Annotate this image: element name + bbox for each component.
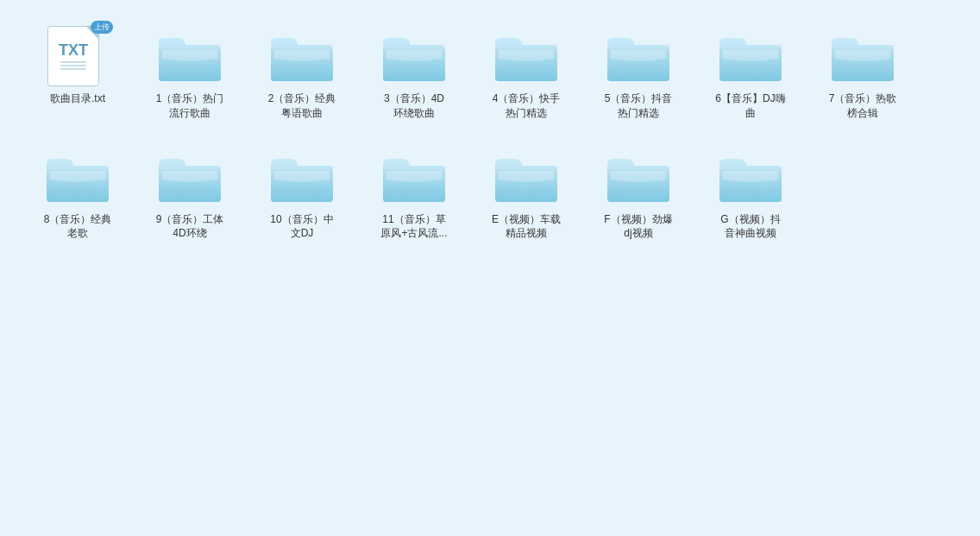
txt-label: TXT: [59, 42, 88, 58]
file-item-txt-file[interactable]: TXT 上传 歌曲目录.txt: [26, 17, 129, 129]
file-name: 4（音乐）快手热门精选: [493, 91, 561, 121]
upload-badge: 上传: [91, 21, 113, 34]
file-name: 9（音乐）工体4D环绕: [156, 212, 224, 242]
file-item-folder-11[interactable]: 11（音乐）草原风+古风流...: [362, 138, 466, 250]
file-name: 歌曲目录.txt: [50, 91, 105, 106]
folder-icon-wrapper: [492, 147, 561, 207]
file-item-folder-3[interactable]: 3（音乐）4D环绕歌曲: [362, 17, 466, 129]
file-grid: TXT 上传 歌曲目录.txt: [0, 0, 980, 267]
file-name: 11（音乐）草原风+古风流...: [380, 212, 447, 242]
file-item-folder-E[interactable]: E（视频）车载精品视频: [474, 138, 578, 250]
folder-icon-wrapper: [380, 26, 449, 86]
file-item-folder-7[interactable]: 7（音乐）热歌榜合辑: [811, 17, 914, 129]
file-item-folder-4[interactable]: 4（音乐）快手热门精选: [474, 17, 578, 129]
file-item-folder-6[interactable]: 6【音乐】DJ嗨曲: [699, 17, 802, 129]
file-item-folder-9[interactable]: 9（音乐）工体4D环绕: [138, 138, 242, 250]
file-name: 2（音乐）经典粤语歌曲: [268, 91, 336, 121]
folder-icon-wrapper: [155, 26, 224, 86]
folder-icon-wrapper: [604, 147, 673, 207]
folder-icon-wrapper: [828, 26, 897, 86]
folder-icon-wrapper: [155, 147, 224, 207]
file-name: 10（音乐）中文DJ: [270, 212, 333, 242]
folder-icon-wrapper: [380, 147, 449, 207]
folder-icon-wrapper: [716, 26, 785, 86]
txt-file-icon: TXT: [47, 26, 99, 86]
txt-icon-wrapper: TXT 上传: [47, 26, 108, 86]
folder-icon-wrapper: [604, 26, 673, 86]
file-item-folder-10[interactable]: 10（音乐）中文DJ: [250, 138, 354, 250]
file-name: 1（音乐）热门流行歌曲: [156, 91, 224, 121]
folder-icon-wrapper: [492, 26, 561, 86]
file-item-folder-5[interactable]: 5（音乐）抖音热门精选: [587, 17, 690, 129]
file-name: 6【音乐】DJ嗨曲: [715, 91, 785, 121]
txt-lines: [60, 61, 86, 70]
folder-icon-wrapper: [43, 147, 112, 207]
file-item-folder-1[interactable]: 1（音乐）热门流行歌曲: [138, 17, 242, 129]
file-name: F（视频）劲爆dj视频: [604, 212, 672, 242]
file-name: 8（音乐）经典老歌: [44, 212, 112, 242]
file-item-folder-2[interactable]: 2（音乐）经典粤语歌曲: [250, 17, 354, 129]
file-name: 3（音乐）4D环绕歌曲: [384, 91, 444, 121]
file-name: G（视频）抖音神曲视频: [720, 212, 780, 242]
folder-icon-wrapper: [716, 147, 785, 207]
file-name: 5（音乐）抖音热门精选: [605, 91, 673, 121]
file-item-folder-F[interactable]: F（视频）劲爆dj视频: [587, 138, 690, 250]
file-name: 7（音乐）热歌榜合辑: [829, 91, 897, 121]
file-item-folder-8[interactable]: 8（音乐）经典老歌: [26, 138, 129, 250]
file-item-folder-G[interactable]: G（视频）抖音神曲视频: [699, 138, 802, 250]
file-name: E（视频）车载精品视频: [492, 212, 561, 242]
folder-icon-wrapper: [267, 147, 336, 207]
folder-icon-wrapper: [267, 26, 336, 86]
